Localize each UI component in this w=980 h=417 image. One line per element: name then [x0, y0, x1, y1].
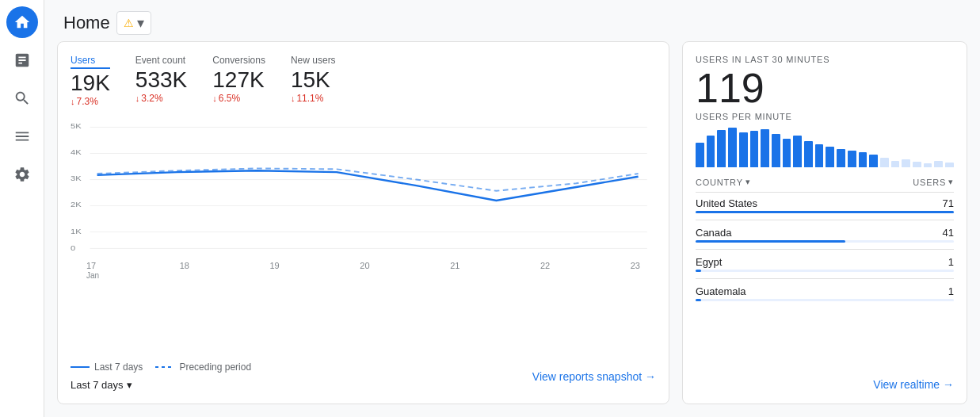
sidebar-item-advertising[interactable]: [6, 121, 38, 152]
main-content: Home ⚠ ▾ Users 19K 7.3% Event count 533K…: [44, 0, 980, 417]
bar-mini-13: [837, 149, 845, 167]
country-row-data-0: United States 71: [696, 197, 954, 209]
sidebar: [0, 0, 44, 417]
header-warning-button[interactable]: ⚠ ▾: [116, 11, 151, 35]
period-selector[interactable]: Last 7 days ▾: [71, 379, 251, 391]
chevron-down-icon: ▾: [137, 14, 144, 32]
x-label-17: 17Jan: [86, 261, 99, 280]
realtime-footer: View realtime →: [696, 372, 954, 391]
legend-line-solid: [71, 366, 90, 368]
bar-mini-8: [783, 139, 791, 167]
country-row-1: Canada 41: [696, 227, 954, 253]
bar-mini-4: [739, 132, 748, 167]
svg-text:5K: 5K: [71, 122, 82, 130]
bar-mini-10: [804, 141, 813, 167]
metric-conv-change: 6.5%: [212, 93, 265, 104]
metrics-row: Users 19K 7.3% Event count 533K 3.2% Con…: [71, 55, 656, 107]
metric-new-users: New users 15K 11.1%: [291, 55, 336, 107]
x-label-19: 19: [270, 261, 280, 280]
country-bar-bg-0: [696, 211, 954, 213]
country-name-2: Egypt: [696, 256, 722, 268]
x-label-23: 23: [631, 261, 640, 280]
country-row-3: Guatemala 1: [696, 285, 954, 304]
country-sort-icon: ▾: [745, 177, 751, 187]
bar-mini-14: [848, 151, 856, 167]
bar-mini-19: [902, 159, 910, 167]
bar-mini-3: [728, 128, 737, 167]
period-label: Last 7 days: [71, 379, 124, 391]
view-realtime-link[interactable]: View realtime →: [873, 378, 954, 391]
bar-mini-11: [815, 144, 824, 167]
country-users-3: 1: [948, 285, 954, 297]
country-table-header: COUNTRY ▾ USERS ▾: [696, 177, 954, 193]
svg-text:2K: 2K: [71, 201, 82, 208]
chart-x-labels: 17Jan 18 19 20 21 22 23: [71, 261, 656, 280]
country-bar-fill-1: [696, 240, 845, 243]
realtime-section-label: USERS IN LAST 30 MINUTES: [696, 55, 954, 64]
bar-mini-6: [761, 129, 769, 167]
metric-event-value: 533K: [135, 67, 187, 93]
bar-mini-20: [913, 162, 921, 167]
country-row-2: Egypt 1: [696, 256, 954, 282]
sidebar-item-home[interactable]: [6, 6, 38, 38]
metric-event-change: 3.2%: [135, 93, 187, 104]
legend-line-dashed: [155, 366, 174, 368]
country-bar-bg-1: [696, 240, 954, 243]
bar-mini-18: [891, 161, 900, 167]
country-bar-fill-0: [696, 211, 954, 213]
svg-text:0: 0: [71, 244, 75, 252]
realtime-bar-chart: [696, 128, 954, 167]
legend-preceding-label: Preceding period: [179, 362, 251, 373]
metric-event-label: Event count: [135, 55, 187, 66]
country-row-data-2: Egypt 1: [696, 256, 954, 268]
bar-mini-15: [859, 152, 868, 167]
country-col-header[interactable]: COUNTRY ▾: [696, 177, 751, 187]
main-analytics-card: Users 19K 7.3% Event count 533K 3.2% Con…: [57, 41, 669, 404]
metric-new-users-value: 15K: [291, 67, 336, 93]
bar-mini-2: [717, 130, 726, 167]
realtime-card: USERS IN LAST 30 MINUTES 119 USERS PER M…: [682, 41, 967, 404]
bar-mini-23: [945, 163, 954, 167]
metric-new-users-change: 11.1%: [291, 93, 336, 104]
metric-conv-value: 127K: [212, 67, 265, 93]
country-row-data-1: Canada 41: [696, 227, 954, 239]
country-table-body: United States 71 Canada 41 Egypt 1 Guate…: [696, 197, 954, 308]
chart-footer: Last 7 days Preceding period Last 7 days…: [71, 362, 656, 391]
content-area: Users 19K 7.3% Event count 533K 3.2% Con…: [44, 41, 980, 417]
country-users-0: 71: [943, 197, 954, 209]
x-label-22: 22: [540, 261, 550, 280]
line-chart-area: 5K 4K 3K 2K 1K 0: [71, 120, 656, 352]
chart-legend: Last 7 days Preceding period: [71, 362, 251, 373]
country-bar-fill-2: [696, 270, 701, 272]
country-divider-0: [696, 220, 954, 220]
bar-mini-16: [869, 155, 878, 167]
bar-mini-5: [750, 131, 759, 167]
country-row-data-3: Guatemala 1: [696, 285, 954, 297]
country-divider-2: [696, 278, 954, 279]
legend-last7days: Last 7 days: [71, 362, 143, 373]
sidebar-item-explore[interactable]: [6, 82, 38, 114]
warning-triangle-icon: ⚠: [124, 17, 134, 29]
country-row-0: United States 71: [696, 197, 954, 224]
x-label-18: 18: [180, 261, 189, 280]
bar-mini-0: [696, 143, 704, 167]
bar-mini-12: [826, 147, 834, 167]
metric-users-change: 7.3%: [71, 96, 110, 107]
sidebar-item-configure[interactable]: [6, 159, 38, 190]
x-label-20: 20: [360, 261, 369, 280]
bar-mini-9: [793, 136, 802, 167]
x-label-21: 21: [450, 261, 459, 280]
country-name-1: Canada: [696, 227, 732, 239]
view-reports-link[interactable]: View reports snapshot →: [532, 370, 656, 383]
sidebar-item-reports[interactable]: [6, 44, 38, 76]
realtime-user-count: 119: [696, 67, 954, 109]
users-col-header[interactable]: USERS ▾: [913, 177, 954, 187]
metric-users-value: 19K: [71, 71, 110, 96]
line-chart-svg: 5K 4K 3K 2K 1K 0: [71, 120, 656, 254]
country-users-2: 1: [948, 256, 954, 268]
bar-mini-7: [772, 134, 780, 167]
bar-mini-22: [934, 161, 943, 167]
metric-conversions: Conversions 127K 6.5%: [212, 55, 265, 107]
country-bar-bg-2: [696, 270, 954, 272]
users-sort-icon: ▾: [948, 177, 954, 187]
